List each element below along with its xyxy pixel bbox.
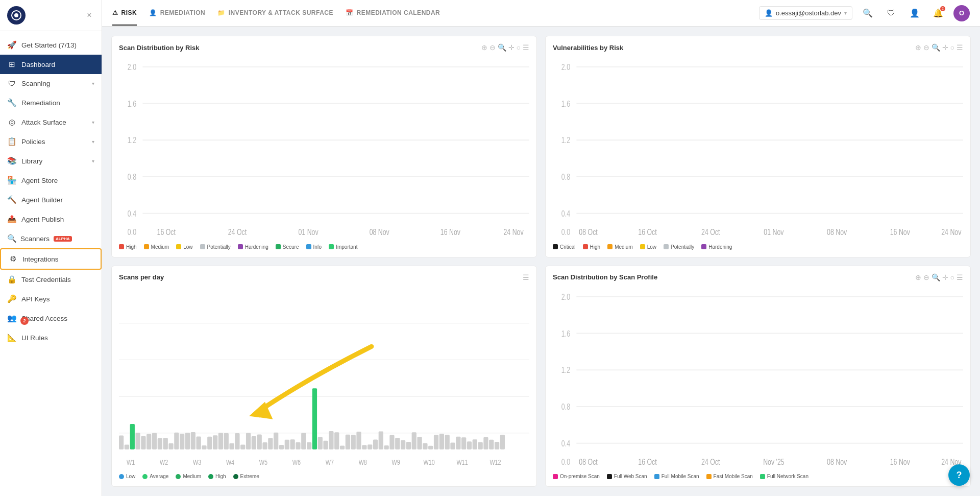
tab-remediation[interactable]: 👤 REMEDIATION xyxy=(149,1,205,26)
zoom-in-icon[interactable]: ⊕ xyxy=(481,43,487,52)
zoom-in-icon[interactable]: ⊕ xyxy=(915,43,921,52)
sidebar-item-label: Attack Surface xyxy=(21,119,66,126)
sidebar-item-get-started[interactable]: 🚀 Get Started (7/13) xyxy=(0,35,102,55)
notification-badge: 2 xyxy=(20,317,29,325)
legend-label: Potentially xyxy=(207,244,231,250)
sidebar-item-agent-store[interactable]: 🏪 Agent Store xyxy=(0,171,102,190)
sidebar-item-api-keys[interactable]: 🔑 API Keys xyxy=(0,289,102,309)
zoom-out-icon[interactable]: ⊖ xyxy=(923,43,929,52)
sidebar-item-agent-builder[interactable]: 🔨 Agent Builder xyxy=(0,190,102,209)
search-button[interactable]: 🔍 xyxy=(860,5,876,21)
svg-text:0.0: 0.0 xyxy=(561,457,570,466)
scans-per-day-chart: Scans per day ☰ xyxy=(111,266,537,487)
svg-text:1.2: 1.2 xyxy=(128,136,136,145)
chart-title: Scan Distribution by Risk xyxy=(119,44,199,52)
tab-risk[interactable]: ⚠ RISK xyxy=(112,1,137,26)
svg-rect-84 xyxy=(356,432,361,450)
chart-title: Vulnerabilities by Risk xyxy=(553,44,623,52)
user-button[interactable]: 👤 xyxy=(906,5,923,21)
chart-body: 2.0 1.6 1.2 0.8 0.4 0.0 08 Oct 16 Oct 24… xyxy=(553,57,963,240)
svg-rect-96 xyxy=(423,443,427,449)
chart-body: 2.0 1.6 1.2 0.8 0.4 0.0 16 Oct 24 Oct 01… xyxy=(119,57,529,240)
notification-count-badge: 2 xyxy=(940,6,945,11)
lock-icon: 🔒 xyxy=(7,275,16,284)
sidebar-item-agent-publish[interactable]: 📤 Agent Publish xyxy=(0,209,102,229)
svg-text:W11: W11 xyxy=(456,458,468,466)
close-sidebar-button[interactable]: × xyxy=(84,10,94,20)
tab-calendar[interactable]: 📅 REMEDIATION CALENDAR xyxy=(346,1,440,26)
sidebar-item-remediation[interactable]: 🔧 Remediation xyxy=(0,93,102,112)
sidebar-item-library[interactable]: 📚 Library ▾ xyxy=(0,151,102,171)
sidebar-item-policies[interactable]: 📋 Policies ▾ xyxy=(0,132,102,151)
zoom-out-icon[interactable]: ⊖ xyxy=(489,43,496,52)
chart-svg: 2.0 1.6 1.2 0.8 0.4 0.0 08 Oct 16 Oct 24… xyxy=(553,57,963,240)
chart-svg: 2.0 1.6 1.2 0.8 0.4 0.0 16 Oct 24 Oct 01… xyxy=(119,57,529,240)
tab-label: REMEDIATION CALENDAR xyxy=(357,9,440,16)
chevron-down-icon: ▾ xyxy=(92,158,94,164)
svg-rect-83 xyxy=(351,435,356,450)
legend-label: Full Web Scan xyxy=(614,474,647,479)
zoom-icon[interactable]: 🔍 xyxy=(932,43,940,52)
sidebar-item-integrations[interactable]: ⚙ Integrations xyxy=(0,248,102,270)
tab-inventory[interactable]: 📁 INVENTORY & ATTACK SURFACE xyxy=(217,1,333,26)
zoom-out-icon[interactable]: ⊖ xyxy=(923,273,929,281)
sidebar-item-scanning[interactable]: 🛡 Scanning ▾ xyxy=(0,74,102,93)
library-icon: 📚 xyxy=(7,156,16,166)
zoom-icon[interactable]: 🔍 xyxy=(932,273,940,281)
menu-icon[interactable]: ☰ xyxy=(957,43,963,52)
dashboard-icon: ⊞ xyxy=(7,60,16,69)
zoom-in-icon[interactable]: ⊕ xyxy=(915,273,921,281)
help-button[interactable]: ? xyxy=(948,464,970,486)
svg-rect-51 xyxy=(174,432,179,449)
reset-icon[interactable]: ○ xyxy=(950,273,954,281)
svg-text:0.0: 0.0 xyxy=(128,227,136,237)
legend-item-medium: Medium xyxy=(144,244,169,250)
svg-text:24 Oct: 24 Oct xyxy=(228,227,247,237)
svg-text:0.4: 0.4 xyxy=(128,209,136,218)
sidebar-item-attack-surface[interactable]: ◎ Attack Surface ▾ xyxy=(0,112,102,132)
move-icon[interactable]: ✛ xyxy=(508,43,514,52)
svg-rect-57 xyxy=(207,436,212,449)
menu-icon[interactable]: ☰ xyxy=(523,43,529,52)
move-icon[interactable]: ✛ xyxy=(942,43,948,52)
sidebar-item-test-credentials[interactable]: 🔒 Test Credentials xyxy=(0,270,102,289)
sidebar-item-shared-access[interactable]: 👥 2 Shared Access xyxy=(0,309,102,328)
svg-rect-62 xyxy=(235,433,239,450)
legend-item-high: High xyxy=(583,244,601,250)
sidebar-item-scanners[interactable]: 🔍 Scanners alpha xyxy=(0,229,102,248)
topbar: ⚠ RISK 👤 REMEDIATION 📁 INVENTORY & ATTAC… xyxy=(102,0,980,27)
svg-rect-101 xyxy=(450,442,455,449)
shield-button[interactable]: 🛡 xyxy=(883,5,899,21)
user-selector[interactable]: 👤 o.essaji@ostorlab.dev ▾ xyxy=(759,6,852,20)
svg-rect-100 xyxy=(445,435,450,450)
menu-icon[interactable]: ☰ xyxy=(957,273,963,281)
person-icon: 👤 xyxy=(149,9,157,16)
legend-label: Important xyxy=(336,244,357,250)
avatar[interactable]: O xyxy=(953,5,970,21)
svg-rect-47 xyxy=(152,433,157,449)
zoom-icon[interactable]: 🔍 xyxy=(498,43,506,52)
chart-svg: 2.0 1.6 1.2 0.8 0.4 0.0 08 Oct 16 Oct 24… xyxy=(553,287,963,470)
sidebar-item-dashboard[interactable]: ⊞ Dashboard xyxy=(0,55,102,74)
move-icon[interactable]: ✛ xyxy=(942,273,948,281)
legend-dot xyxy=(654,474,659,479)
svg-rect-74 xyxy=(301,433,306,449)
target-icon: ◎ xyxy=(7,117,16,127)
sidebar-item-ui-rules[interactable]: 📐 UI Rules xyxy=(0,328,102,347)
reset-icon[interactable]: ○ xyxy=(517,43,521,52)
notification-button[interactable]: 🔔 2 xyxy=(930,5,946,21)
legend-dot xyxy=(701,244,706,249)
legend-dot xyxy=(119,244,124,249)
svg-text:W1: W1 xyxy=(127,458,135,466)
svg-rect-86 xyxy=(368,444,372,449)
calendar-icon: 📅 xyxy=(346,9,354,16)
svg-text:W6: W6 xyxy=(292,458,301,466)
chart-header: Vulnerabilities by Risk ⊕ ⊖ 🔍 ✛ ○ ☰ xyxy=(553,43,963,52)
menu-icon[interactable]: ☰ xyxy=(523,273,529,281)
legend-label: Low xyxy=(126,474,135,479)
svg-rect-87 xyxy=(373,439,378,449)
svg-text:24 Oct: 24 Oct xyxy=(701,227,720,237)
svg-rect-65 xyxy=(252,436,256,449)
reset-icon[interactable]: ○ xyxy=(950,43,954,52)
legend-dot xyxy=(238,244,243,249)
